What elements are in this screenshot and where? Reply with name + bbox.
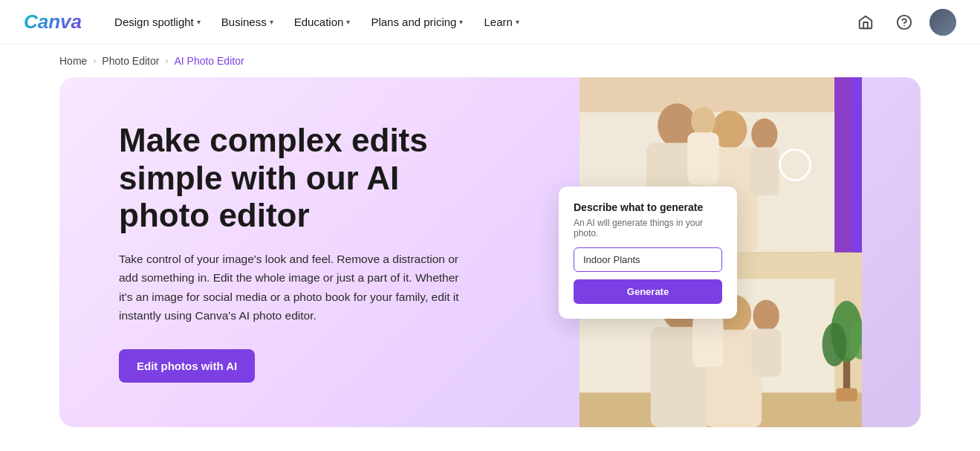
nav-item-business[interactable]: Business ▾: [212, 10, 282, 34]
svg-rect-11: [687, 132, 718, 185]
hero-left: Make complex edits simple with our AI ph…: [59, 77, 505, 427]
breadcrumb-separator-2: ›: [165, 56, 168, 66]
hero-right: Describe what to generate An AI will gen…: [505, 77, 862, 427]
home-icon: [857, 14, 874, 30]
breadcrumb-home[interactable]: Home: [59, 55, 87, 67]
logo[interactable]: Canva: [24, 10, 82, 33]
ai-card-title: Describe what to generate: [574, 201, 722, 213]
svg-rect-4: [852, 77, 862, 253]
circle-decoration: [779, 149, 811, 181]
svg-rect-29: [836, 388, 857, 401]
help-button[interactable]: [891, 9, 918, 36]
nav-item-design-spotlight[interactable]: Design spotlight ▾: [106, 10, 210, 34]
generate-button[interactable]: Generate: [574, 279, 722, 304]
ai-generate-card: Describe what to generate An AI will gen…: [559, 186, 737, 319]
svg-point-12: [751, 118, 777, 149]
svg-point-27: [822, 322, 847, 366]
hero-description: Take control of your image's look and fe…: [119, 250, 461, 325]
avatar-image: [929, 9, 956, 36]
chevron-down-icon: ▾: [346, 18, 350, 26]
hero-title: Make complex edits simple with our AI ph…: [119, 122, 461, 235]
ai-card-subtitle: An AI will generate things in your photo…: [574, 218, 722, 239]
breadcrumb-photo-editor[interactable]: Photo Editor: [102, 55, 159, 67]
navbar: Canva Design spotlight ▾ Business ▾ Educ…: [0, 0, 980, 45]
breadcrumb-current: AI Photo Editor: [174, 55, 244, 67]
breadcrumb-separator-1: ›: [93, 56, 96, 66]
user-avatar[interactable]: [929, 9, 956, 36]
svg-rect-22: [692, 314, 723, 367]
chevron-down-icon: ▾: [459, 18, 463, 26]
edit-photos-cta-button[interactable]: Edit photos with AI: [119, 349, 255, 383]
svg-point-10: [691, 107, 715, 135]
svg-rect-24: [751, 328, 781, 377]
nav-item-education[interactable]: Education ▾: [285, 10, 360, 34]
nav-item-plans-pricing[interactable]: Plans and pricing ▾: [362, 10, 472, 34]
help-icon: [896, 14, 912, 30]
nav-items: Design spotlight ▾ Business ▾ Education …: [106, 10, 846, 34]
svg-rect-13: [750, 147, 779, 195]
home-button[interactable]: [852, 9, 879, 36]
svg-point-23: [753, 299, 779, 331]
canva-logo[interactable]: Canva: [24, 10, 82, 33]
chevron-down-icon: ▾: [516, 18, 519, 26]
svg-rect-25: [843, 357, 850, 392]
nav-right: [852, 9, 956, 36]
chevron-down-icon: ▾: [270, 18, 273, 26]
chevron-down-icon: ▾: [197, 18, 201, 26]
hero-section: Make complex edits simple with our AI ph…: [59, 77, 921, 427]
ai-generate-input[interactable]: [574, 247, 722, 272]
breadcrumb: Home › Photo Editor › AI Photo Editor: [0, 45, 980, 77]
nav-item-learn[interactable]: Learn ▾: [475, 10, 528, 34]
